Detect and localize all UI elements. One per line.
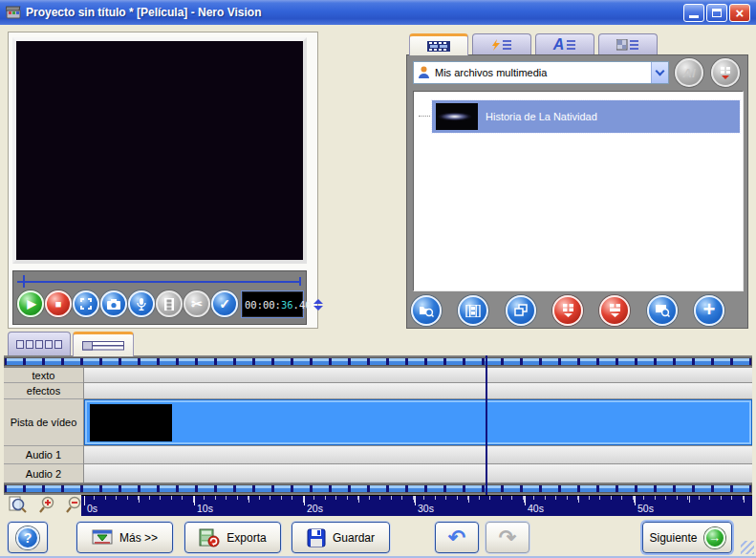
film-frames-icon [163,298,175,311]
track-texto[interactable] [84,368,752,383]
save-button[interactable]: Guardar [292,522,390,553]
undo-button[interactable]: ↶ [435,522,479,553]
track-efectos[interactable] [84,383,752,399]
help-icon: ? [16,526,39,549]
tab-timeline[interactable] [73,332,134,356]
export-button[interactable]: Exporta [184,522,281,553]
video-clip[interactable] [85,400,751,444]
more-button[interactable]: Más >> [76,522,173,553]
record-audio-button[interactable] [128,290,155,317]
playhead[interactable] [486,355,487,495]
grid-menu-button[interactable] [711,58,740,87]
ruler-tick [194,496,195,505]
app-window: Proyecto sin título * [Película] - Nero … [0,0,756,558]
next-button[interactable]: Siguiente → [642,522,732,553]
stop-button[interactable]: ■ [45,290,72,317]
import-grid-button[interactable] [552,295,583,326]
track-label-texto: texto [4,368,83,383]
slides-button[interactable] [506,295,536,326]
play-icon: ▶ [27,298,35,310]
zoom-in-button[interactable] [38,496,56,514]
close-button[interactable]: × [729,4,750,22]
screen-search-icon [655,304,670,317]
confirm-button[interactable]: ✓ [211,290,238,317]
seek-position-marker[interactable] [23,275,25,288]
add-button[interactable]: + [694,295,724,326]
help-button[interactable]: ? [8,522,48,553]
media-list-item[interactable]: Historia de La Natividad [432,100,740,133]
track-label-column: texto efectos Pista de vídeo Audio 1 Aud… [4,368,84,483]
timecode-spinner[interactable] [313,299,323,311]
grid-import-icon [562,304,574,317]
cut-button[interactable]: ✂ [184,290,210,317]
film-strip-top [4,355,752,368]
track-audio2[interactable] [84,464,752,483]
slides-icon [514,304,529,317]
browse-media-button[interactable] [411,295,442,326]
ruler-label-50s: 50s [637,503,654,514]
minimize-button[interactable] [683,4,704,22]
capture-video-button[interactable] [458,295,488,326]
transitions-list-icon [616,39,639,51]
snapshot-camera-icon [107,299,120,310]
tab-storyboard[interactable] [8,332,71,356]
preview-zoom-icon [8,496,27,514]
media-source-select[interactable]: Mis archivos multimedia [413,61,669,84]
timecode-hhmm: 00:00: [245,299,281,311]
storyboard-icon [16,340,62,349]
seek-bar[interactable] [17,281,301,283]
ruler-mid-ticks [84,496,749,503]
ruler-label-40s: 40s [528,503,544,514]
preview-zoom-button[interactable] [8,496,27,514]
snapshot-button[interactable] [100,290,127,317]
film-strip-icon [427,41,450,52]
track-video[interactable] [84,399,752,446]
timeline-icon [82,341,124,351]
spinner-up-icon[interactable] [313,299,323,304]
grid-import-icon-2 [609,304,621,317]
resize-grip[interactable] [741,541,754,554]
more-window-icon [92,529,113,547]
spinner-down-icon[interactable] [313,306,323,311]
microphone-icon [137,298,146,311]
play-button[interactable]: ▶ [17,290,44,317]
import-grid-button-2[interactable] [599,295,630,326]
track-label-efectos: efectos [4,383,83,399]
tab-effects[interactable] [472,33,531,55]
frames-button[interactable] [156,290,183,317]
add-plus-icon: + [703,299,716,320]
ruler-tick [84,496,85,505]
chevron-down-icon [656,67,665,76]
track-label-video: Pista de vídeo [4,399,83,446]
film-reel-icon [465,305,481,317]
maximize-icon [712,9,722,17]
screen-search-button[interactable] [647,295,678,326]
zoom-in-icon [38,496,56,514]
timecode-display[interactable]: 00:00:36.40 [241,290,304,318]
fullscreen-button[interactable] [73,290,99,317]
track-audio1[interactable] [84,446,752,464]
timecode-seconds: 36 [281,299,293,311]
tab-text[interactable]: A [535,33,594,55]
fullscreen-icon [80,298,92,310]
maximize-button[interactable] [706,4,727,22]
ruler-tick [635,496,636,505]
time-ruler[interactable]: 0s 10s 20s 30s 40s 50s [81,495,752,516]
next-label: Siguiente [649,531,697,545]
more-label: Más >> [119,531,158,545]
folder-search-icon [419,304,434,317]
minimize-icon [689,15,699,18]
tab-media[interactable] [409,33,468,55]
redo-icon: ↷ [499,526,516,550]
ruler-label-20s: 20s [307,503,323,514]
media-item-label: Historia de La Natividad [486,111,597,122]
select-dropdown-button[interactable] [651,62,668,83]
track-label-audio1: Audio 1 [4,446,83,464]
tab-transitions[interactable] [598,33,658,55]
grid-arrow-icon [720,67,731,79]
clip-thumbnail [90,404,172,441]
redo-button[interactable]: ↷ [486,522,529,553]
seek-end-cap [299,277,301,286]
ai-button[interactable]: Al [675,58,703,87]
export-label: Exporta [227,531,266,545]
